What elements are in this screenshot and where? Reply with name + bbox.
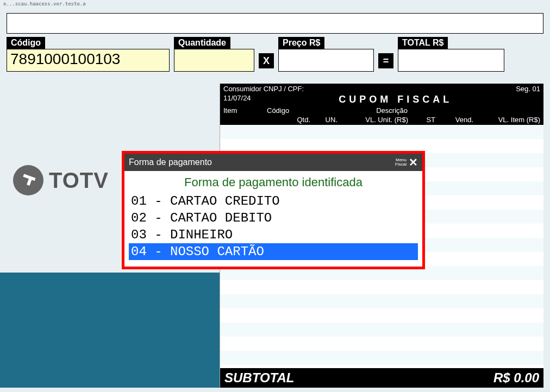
close-icon[interactable]: ✕ <box>409 156 418 169</box>
cupom-title: CUPOM FISCAL <box>339 94 452 105</box>
modal-header: Forma de pagamento identificada <box>124 171 422 191</box>
payment-option[interactable]: 03 - DINHEIRO <box>129 226 418 243</box>
payment-list: 01 - CARTAO CREDITO02 - CARTAO DEBITO03 … <box>124 191 422 267</box>
description-field[interactable] <box>7 13 543 34</box>
quantidade-group: Quantidade <box>174 37 254 72</box>
cupom-header: Consumidor CNPJ / CPF: Seg. 01 11/07/24 … <box>220 84 543 125</box>
seg-label: Seg. 01 <box>516 85 540 93</box>
total-group: TOTAL R$ <box>398 37 504 72</box>
blue-band <box>0 273 220 388</box>
preco-input[interactable] <box>278 49 374 72</box>
subtotal-value: R$ 0.00 <box>493 370 539 385</box>
consumidor-label: Consumidor CNPJ / CPF: <box>223 85 304 93</box>
subtotal-bar: SUBTOTAL R$ 0.00 <box>220 368 543 388</box>
payment-option[interactable]: 01 - CARTAO CREDITO <box>129 193 418 210</box>
payment-option[interactable]: 04 - NOSSO CARTÃO <box>129 243 418 260</box>
equals-icon: = <box>378 53 393 68</box>
codigo-input[interactable]: 7891000100103 <box>7 49 170 72</box>
list-item <box>220 323 543 337</box>
col-codigo: Código <box>267 106 289 115</box>
codigo-label: Código <box>7 37 45 49</box>
fields-row: Código 7891000100103 Quantidade X Preço … <box>0 37 550 72</box>
list-item <box>220 337 543 351</box>
col-descricao: Descrição <box>376 106 408 115</box>
col-vlunit: VL. Unit. (R$) <box>338 116 408 124</box>
col-st: ST <box>408 116 435 124</box>
logo-icon <box>13 165 43 195</box>
quantidade-label: Quantidade <box>174 37 230 49</box>
preco-group: Preço R$ <box>278 37 374 72</box>
modal-title-text: Forma de pagamento <box>129 157 395 167</box>
menu-fiscal-button[interactable]: Menu Fiscal <box>395 158 407 167</box>
col-un: UN. <box>310 116 338 124</box>
col-vend: Vend. <box>435 116 473 124</box>
logo-text: TOTV <box>49 168 109 193</box>
logo: TOTV <box>13 165 109 195</box>
window-titlebar: e...scau.haacess.ver.teste.a <box>0 0 550 9</box>
payment-option[interactable]: 02 - CARTAO DEBITO <box>129 210 418 226</box>
modal-titlebar: Forma de pagamento Menu Fiscal ✕ <box>124 154 422 171</box>
list-item <box>220 125 543 139</box>
subtotal-label: SUBTOTAL <box>224 370 294 385</box>
list-item <box>220 294 543 308</box>
col-qtd: Qtd. <box>223 116 310 124</box>
cupom-date: 11/07/24 <box>223 94 251 105</box>
payment-modal: Forma de pagamento Menu Fiscal ✕ Forma d… <box>122 151 425 269</box>
col-vlitem: VL. Item (R$) <box>473 116 540 124</box>
col-item: Item <box>223 106 267 115</box>
list-item <box>220 280 543 294</box>
codigo-group: Código 7891000100103 <box>7 37 170 72</box>
multiply-icon: X <box>259 53 274 68</box>
total-label: TOTAL R$ <box>398 37 448 49</box>
quantidade-input[interactable] <box>174 49 254 72</box>
list-item <box>220 308 543 323</box>
preco-label: Preço R$ <box>278 37 324 49</box>
list-item <box>220 351 543 365</box>
total-input[interactable] <box>398 49 504 72</box>
